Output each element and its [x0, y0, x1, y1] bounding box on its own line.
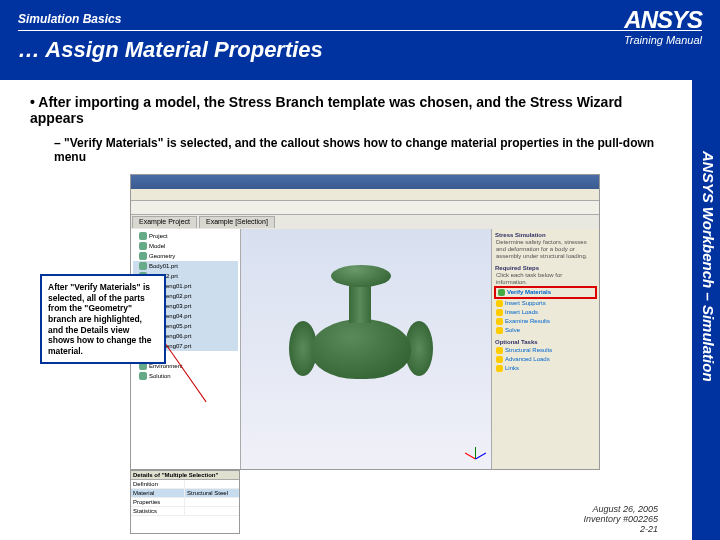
graphics-viewport[interactable]: [241, 229, 491, 469]
course-title: Simulation Basics: [18, 12, 702, 26]
wizard-step-link[interactable]: Links: [494, 364, 597, 373]
wizard-step-label: Insert Supports: [505, 300, 546, 306]
tree-item[interactable]: Body01.prt: [133, 261, 238, 271]
required-steps-instr: Click each task below for information.: [494, 272, 597, 286]
wizard-panel: Stress Simulation Determine safety facto…: [491, 229, 599, 469]
tree-item[interactable]: Model: [133, 241, 238, 251]
ansys-logo: ANSYS: [624, 6, 702, 34]
wizard-intro: Determine safety factors, stresses and d…: [494, 239, 597, 261]
optional-tasks-label: Optional Tasks: [494, 338, 597, 346]
wizard-step-label: Solve: [505, 327, 520, 333]
divider: [18, 30, 702, 31]
tab-selection[interactable]: Example [Selection]: [199, 216, 275, 228]
details-row[interactable]: MaterialStructural Steel: [131, 489, 239, 498]
step-icon: [496, 309, 503, 316]
step-icon: [496, 318, 503, 325]
details-value: [185, 507, 239, 515]
workbench-window: Example Project Example [Selection] Proj…: [130, 174, 600, 470]
details-key: Properties: [131, 498, 185, 506]
bullet-level2: "Verify Materials" is selected, and the …: [54, 136, 676, 164]
tree-item-label: Solution: [149, 373, 171, 379]
step-icon: [496, 365, 503, 372]
wizard-step-label: Structural Results: [505, 347, 552, 353]
tree-item-label: Body01.prt: [149, 263, 178, 269]
details-row: Statistics: [131, 507, 239, 516]
vertical-banner: ANSYS Workbench – Simulation: [697, 86, 717, 446]
tab-project[interactable]: Example Project: [132, 216, 197, 228]
window-menubar[interactable]: [131, 189, 599, 201]
wizard-step-label: Examine Results: [505, 318, 550, 324]
step-icon: [498, 289, 505, 296]
wizard-step-link[interactable]: Advanced Loads: [494, 355, 597, 364]
wizard-step-label: Links: [505, 365, 519, 371]
part-icon: [139, 262, 147, 270]
axis-triad-icon: [465, 443, 485, 463]
details-row: Properties: [131, 498, 239, 507]
wizard-step-link[interactable]: Examine Results: [494, 317, 597, 326]
wizard-step-link[interactable]: Insert Loads: [494, 308, 597, 317]
step-icon: [496, 347, 503, 354]
details-title: Details of "Multiple Selection": [131, 471, 239, 480]
wizard-step-label: Advanced Loads: [505, 356, 550, 362]
window-tabs: Example Project Example [Selection]: [131, 215, 599, 229]
tree-item-label: Project: [149, 233, 168, 239]
part-icon: [139, 242, 147, 250]
details-key: Statistics: [131, 507, 185, 515]
tree-item-label: Model: [149, 243, 165, 249]
tree-item-label: Geometry: [149, 253, 175, 259]
callout-box: After "Verify Materials" is selected, al…: [40, 274, 166, 364]
part-icon: [139, 232, 147, 240]
details-value: [185, 498, 239, 506]
details-key: Material: [131, 489, 185, 497]
step-icon: [496, 300, 503, 307]
footer-page: 2-21: [583, 524, 658, 534]
verify-materials-link[interactable]: Verify Materials: [494, 286, 597, 299]
details-key: Definition: [131, 480, 185, 488]
wizard-step-link[interactable]: Insert Supports: [494, 299, 597, 308]
valve-model: [281, 259, 451, 399]
logo-subtitle: Training Manual: [624, 34, 702, 46]
wizard-step-link[interactable]: Structural Results: [494, 346, 597, 355]
page-title: … Assign Material Properties: [18, 37, 323, 63]
wizard-step-label: Verify Materials: [507, 289, 551, 295]
wizard-header: Stress Simulation: [494, 231, 597, 239]
details-row: Definition: [131, 480, 239, 489]
wizard-step-label: Insert Loads: [505, 309, 538, 315]
part-icon: [139, 372, 147, 380]
step-icon: [496, 356, 503, 363]
bullet-level1: After importing a model, the Stress Bran…: [30, 94, 676, 126]
window-toolbar[interactable]: [131, 201, 599, 215]
details-value[interactable]: Structural Steel: [185, 489, 239, 497]
details-value: [185, 480, 239, 488]
tree-item[interactable]: Geometry: [133, 251, 238, 261]
footer-date: August 26, 2005: [583, 504, 658, 514]
window-titlebar: [131, 175, 599, 189]
wizard-step-link[interactable]: Solve: [494, 326, 597, 335]
part-icon: [139, 252, 147, 260]
footer-inventory: Inventory #002265: [583, 514, 658, 524]
required-steps-label: Required Steps: [494, 264, 597, 272]
step-icon: [496, 327, 503, 334]
tree-item[interactable]: Project: [133, 231, 238, 241]
details-panel: Details of "Multiple Selection" Definiti…: [130, 470, 240, 534]
slide-footer: August 26, 2005 Inventory #002265 2-21: [583, 504, 658, 534]
